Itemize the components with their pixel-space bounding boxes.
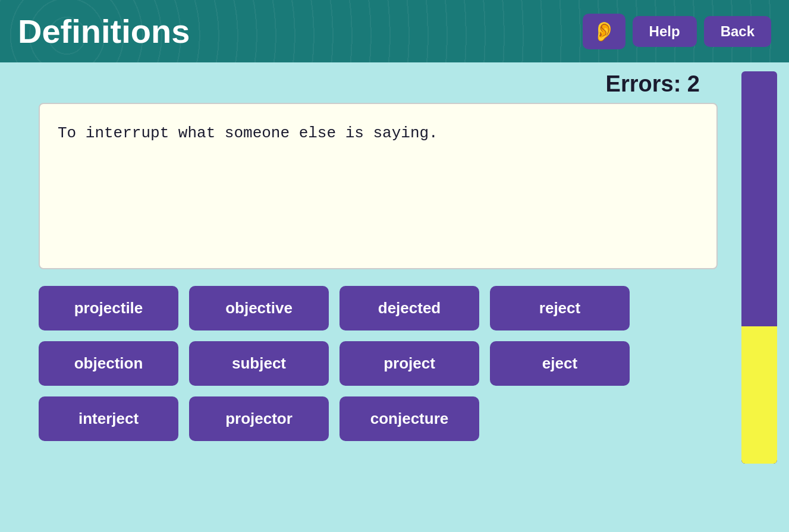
word-button-objective[interactable]: objective <box>189 286 329 330</box>
word-button-dejected[interactable]: dejected <box>340 286 479 330</box>
ear-icon: 👂 <box>592 20 616 43</box>
body: Errors: 2 To interrupt what someone else… <box>0 62 789 532</box>
word-button-eject[interactable]: eject <box>490 341 630 386</box>
word-button-projectile[interactable]: projectile <box>39 286 178 330</box>
progress-bar-area <box>730 71 789 523</box>
errors-section: Errors: 2 <box>39 71 718 97</box>
progress-bar-container <box>741 71 777 464</box>
word-row-2: objection subject project eject <box>39 341 718 386</box>
progress-bar-fill <box>741 326 777 464</box>
word-button-subject[interactable]: subject <box>189 341 329 386</box>
page: Definitions 👂 Help Back Errors: 2 To int… <box>0 0 789 532</box>
back-button[interactable]: Back <box>704 16 771 47</box>
word-row-3: interject projector conjecture <box>39 396 718 441</box>
listen-button[interactable]: 👂 <box>583 14 625 49</box>
errors-label-text: Errors: <box>606 71 681 96</box>
word-button-conjecture[interactable]: conjecture <box>340 396 479 441</box>
left-content: Errors: 2 To interrupt what someone else… <box>39 71 730 523</box>
word-choices: projectile objective dejected reject obj… <box>39 286 718 452</box>
definition-box: To interrupt what someone else is saying… <box>39 103 718 269</box>
word-row-1: projectile objective dejected reject <box>39 286 718 330</box>
word-button-interject[interactable]: interject <box>39 396 178 441</box>
word-button-reject[interactable]: reject <box>490 286 630 330</box>
header: Definitions 👂 Help Back <box>0 0 789 62</box>
help-button[interactable]: Help <box>633 16 697 47</box>
word-button-project[interactable]: project <box>340 341 479 386</box>
word-button-projector[interactable]: projector <box>189 396 329 441</box>
word-button-objection[interactable]: objection <box>39 341 178 386</box>
errors-count: 2 <box>687 71 700 96</box>
definition-text: To interrupt what someone else is saying… <box>58 124 438 142</box>
header-controls: 👂 Help Back <box>583 14 771 49</box>
page-title: Definitions <box>18 12 190 51</box>
errors-display: Errors: 2 <box>606 71 700 97</box>
